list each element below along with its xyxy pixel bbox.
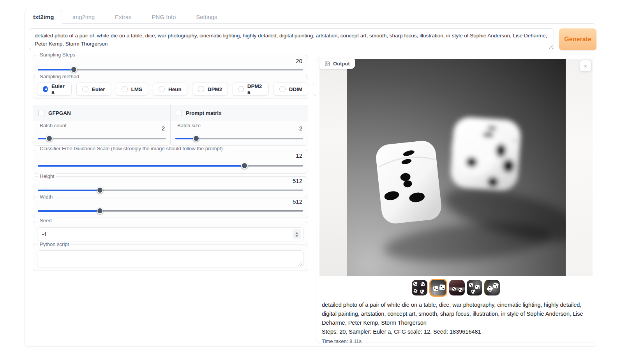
dice-icon xyxy=(420,290,424,294)
gfpgan-checkbox[interactable] xyxy=(38,110,44,116)
radio-ddim[interactable]: DDIM xyxy=(273,83,309,96)
seed-input[interactable]: -1 xyxy=(37,227,304,241)
thumbnail-5[interactable] xyxy=(484,280,500,295)
output-label: Output xyxy=(333,61,350,67)
width-group: Width 512 xyxy=(33,197,308,218)
time-taken: Time taken: 8.11s xyxy=(322,338,591,346)
slider-fill xyxy=(38,210,100,212)
gallery-blur-right xyxy=(566,59,593,276)
radio-heun[interactable]: Heun xyxy=(153,83,187,96)
thumbnail-1[interactable] xyxy=(412,280,427,295)
tab-bar: txt2img img2img Extras PNG Info Settings xyxy=(25,10,227,24)
height-label: Height xyxy=(38,173,56,179)
page-right-divider xyxy=(611,0,611,364)
slider-fill xyxy=(38,190,100,191)
radio-dpm2[interactable]: DPM2 xyxy=(192,83,228,96)
radio-label: Heun xyxy=(168,86,182,92)
sampling-steps-slider-thumb[interactable] xyxy=(71,66,77,73)
radio-icon[interactable] xyxy=(198,86,204,92)
prompt-matrix-checkbox[interactable] xyxy=(176,110,182,116)
sampling-steps-slider[interactable] xyxy=(38,66,303,73)
radio-label: Euler a xyxy=(51,83,66,95)
gfpgan-option[interactable]: GFPGAN xyxy=(33,105,170,121)
batch-size-slider[interactable] xyxy=(175,135,303,142)
radio-icon[interactable] xyxy=(238,86,243,92)
height-group: Height 512 xyxy=(33,176,308,197)
stepper-up-icon[interactable] xyxy=(295,232,298,234)
result-caption: detailed photo of a pair of white die on… xyxy=(322,301,591,345)
batch-count-label: Batch count xyxy=(38,123,69,128)
height-slider[interactable] xyxy=(38,187,303,194)
slider-track[interactable] xyxy=(38,69,303,70)
slider-track[interactable] xyxy=(38,138,166,139)
radio-lms[interactable]: LMS xyxy=(116,83,148,96)
width-slider[interactable] xyxy=(38,207,303,215)
radio-icon[interactable] xyxy=(159,86,165,92)
dice-icon xyxy=(469,283,473,287)
tab-png-info[interactable]: PNG Info xyxy=(142,10,186,24)
seed-value: -1 xyxy=(42,231,293,237)
prompt-matrix-label: Prompt matrix xyxy=(186,110,222,116)
radio-label: DDIM xyxy=(289,86,303,92)
batch-count-slider-thumb[interactable] xyxy=(46,135,53,142)
height-slider-thumb[interactable] xyxy=(97,187,103,193)
image-icon xyxy=(325,61,330,67)
python-script-group: Python script xyxy=(33,244,308,271)
seed-stepper[interactable] xyxy=(293,229,301,239)
thumbnail-2-selected[interactable] xyxy=(429,279,447,297)
cfg-scale-slider[interactable] xyxy=(38,162,303,169)
batch-size-value: 2 xyxy=(299,125,302,132)
slider-fill xyxy=(38,165,245,167)
tab-settings[interactable]: Settings xyxy=(186,10,227,24)
sampling-method-label: Sampling method xyxy=(38,74,81,79)
radio-dpm2-a[interactable]: DPM2 a xyxy=(233,83,269,96)
image-gallery xyxy=(319,59,593,276)
radio-euler-a[interactable]: Euler a xyxy=(37,83,72,96)
radio-icon[interactable] xyxy=(279,86,286,92)
prompt-box: detailed photo of a pair of white die on… xyxy=(29,28,554,50)
cfg-scale-slider-thumb[interactable] xyxy=(241,162,248,169)
prompt-input[interactable]: detailed photo of a pair of white die on… xyxy=(29,28,554,50)
prompt-matrix-option[interactable]: Prompt matrix xyxy=(170,105,308,121)
tab-txt2img[interactable]: txt2img xyxy=(25,10,62,24)
txt2img-panel: detailed photo of a pair of white die on… xyxy=(25,23,596,347)
dice-icon xyxy=(475,285,480,289)
batch-row: Batch count 2 Batch size 2 xyxy=(33,121,308,146)
radio-icon[interactable] xyxy=(82,86,88,92)
width-value: 512 xyxy=(293,198,302,205)
cfg-scale-label: Classifier Free Guidance Scale (how stro… xyxy=(38,146,225,151)
stepper-down-icon[interactable] xyxy=(295,235,298,237)
sampling-steps-label: Sampling Steps xyxy=(38,52,77,58)
slider-fill xyxy=(38,69,74,70)
thumbnail-3[interactable] xyxy=(449,280,465,295)
generated-image[interactable] xyxy=(347,59,566,276)
radio-label: DPM2 xyxy=(208,86,222,92)
output-panel: Output × xyxy=(316,57,595,343)
width-slider-thumb[interactable] xyxy=(97,207,103,214)
python-script-label: Python script xyxy=(38,241,71,247)
tab-img2img[interactable]: img2img xyxy=(62,10,105,24)
dice-icon xyxy=(413,281,417,286)
batch-count-value: 2 xyxy=(162,125,165,132)
output-chip: Output xyxy=(319,58,355,69)
radio-label: DPM2 a xyxy=(247,83,263,95)
radio-icon[interactable] xyxy=(122,86,128,92)
batch-size-slider-thumb[interactable] xyxy=(193,135,199,142)
radio-label: Euler xyxy=(92,86,105,92)
dice-icon xyxy=(413,289,418,294)
dice-icon xyxy=(486,285,493,292)
radio-euler[interactable]: Euler xyxy=(76,83,111,96)
thumbnail-strip xyxy=(316,278,595,298)
resize-handle[interactable] xyxy=(298,262,302,266)
radio-selected-icon[interactable] xyxy=(43,86,48,92)
close-icon[interactable]: × xyxy=(580,60,591,71)
batch-count-slider[interactable] xyxy=(38,135,166,142)
thumbnail-4[interactable] xyxy=(467,280,482,295)
generate-button[interactable]: Generate xyxy=(559,28,596,50)
python-script-input[interactable] xyxy=(37,250,304,267)
tab-extras[interactable]: Extras xyxy=(105,10,142,24)
controls-column: Sampling Steps 20 Sampling method Euler … xyxy=(33,55,308,271)
sampling-method-options: Euler a Euler LMS Heun DPM2 xyxy=(33,77,308,96)
dice-icon xyxy=(471,289,476,294)
cfg-scale-value: 12 xyxy=(296,152,302,159)
